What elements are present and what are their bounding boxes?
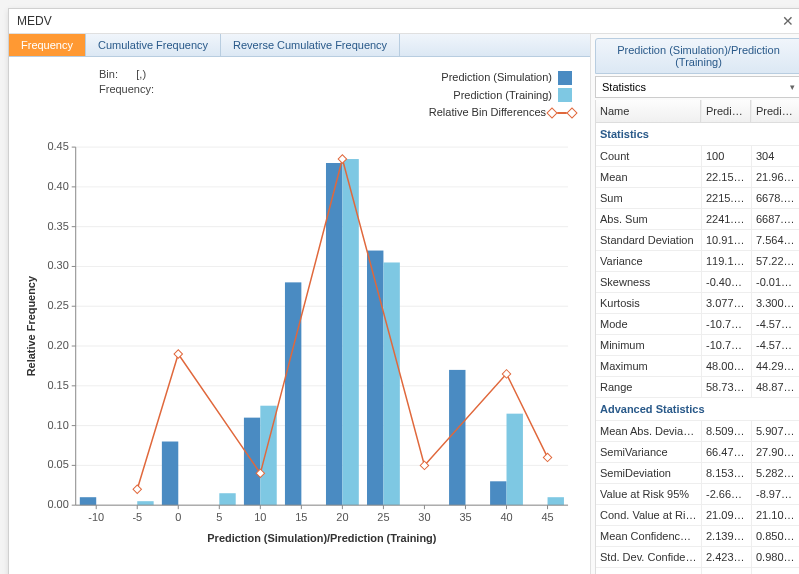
svg-text:40: 40 <box>500 511 512 523</box>
svg-text:Relative Frequency: Relative Frequency <box>25 275 37 376</box>
svg-text:0.05: 0.05 <box>47 458 68 470</box>
svg-text:30: 30 <box>418 511 430 523</box>
stat-val-a: 2241.63... <box>701 209 751 229</box>
stat-name: Range <box>596 377 701 397</box>
stat-val-b: 27.9057... <box>751 442 799 462</box>
svg-text:0.10: 0.10 <box>47 419 68 431</box>
frequency-label: Frequency: <box>99 83 154 95</box>
stat-val-b: 21.9687... <box>751 167 799 187</box>
chart-plot[interactable]: 0.000.050.100.150.200.250.300.350.400.45… <box>21 125 578 574</box>
stats-group-basic: Statistics <box>596 123 799 146</box>
tab-reverse-cumulative[interactable]: Reverse Cumulative Frequency <box>221 34 400 56</box>
svg-rect-33 <box>137 501 153 505</box>
stats-row: Maximum48.0077...44.2917... <box>596 356 799 377</box>
stat-val-b: 5.28259... <box>751 463 799 483</box>
legend-trn-swatch <box>558 88 572 102</box>
chevron-down-icon: ▾ <box>790 82 795 92</box>
stats-table[interactable]: Name Predicti... Predicti... Statistics … <box>595 100 799 574</box>
stat-val-a: 0.49271... <box>701 568 751 574</box>
bin-readout: Bin: [,) Frequency: <box>99 67 154 98</box>
svg-text:-10: -10 <box>88 511 104 523</box>
stat-val-a: 22.1574... <box>701 167 751 187</box>
stat-name: Maximum <box>596 356 701 376</box>
stat-name: Mean <box>596 167 701 187</box>
stat-val-a: 8.15317... <box>701 463 751 483</box>
stat-val-a: 2215.74... <box>701 188 751 208</box>
stat-val-b: 21.1096... <box>751 505 799 525</box>
stats-row: Mean Confidence 95%2.13976...0.85034... <box>596 526 799 547</box>
stats-row: SemiDeviation8.15317...5.28259... <box>596 463 799 484</box>
svg-text:-5: -5 <box>132 511 142 523</box>
stat-val-a: -10.725... <box>701 314 751 334</box>
stat-val-b: -4.5793... <box>751 314 799 334</box>
stats-row: Range58.7332...48.8711... <box>596 377 799 398</box>
tab-cumulative[interactable]: Cumulative Frequency <box>86 34 221 56</box>
svg-text:0: 0 <box>175 511 181 523</box>
stat-name: Standard Deviation <box>596 230 701 250</box>
stat-val-a: 100 <box>701 146 751 166</box>
stats-row: Abs. Sum2241.63...6687.65... <box>596 209 799 230</box>
legend-sim-swatch <box>558 71 572 85</box>
svg-rect-75 <box>543 453 551 461</box>
stat-val-a: -0.4078... <box>701 272 751 292</box>
stat-val-b: 6678.49... <box>751 188 799 208</box>
svg-rect-69 <box>133 485 141 493</box>
svg-text:5: 5 <box>216 511 222 523</box>
svg-text:0.45: 0.45 <box>47 140 68 152</box>
bin-label: Bin: <box>99 68 118 80</box>
stat-val-b: -4.5793... <box>751 335 799 355</box>
stat-name: Mode <box>596 314 701 334</box>
stat-name: Kurtosis <box>596 293 701 313</box>
stat-val-b: 6687.65... <box>751 209 799 229</box>
left-pane: Frequency Cumulative Frequency Reverse C… <box>9 34 591 574</box>
stat-name: Skewness <box>596 272 701 292</box>
stat-val-b: 5.90793... <box>751 421 799 441</box>
close-icon[interactable]: ✕ <box>778 13 798 29</box>
svg-text:35: 35 <box>459 511 471 523</box>
stats-header-col2: Predicti... <box>701 100 751 122</box>
svg-text:0.20: 0.20 <box>47 339 68 351</box>
right-pane: Prediction (Simulation)/Prediction (Trai… <box>591 34 799 574</box>
svg-rect-30 <box>80 497 96 505</box>
stat-val-a: 8.50929... <box>701 421 751 441</box>
window-title: MEDV <box>17 14 52 28</box>
stat-name: Minimum <box>596 335 701 355</box>
svg-rect-59 <box>449 370 465 505</box>
stats-dropdown-label: Statistics <box>602 81 646 93</box>
svg-text:20: 20 <box>336 511 348 523</box>
stats-tab[interactable]: Prediction (Simulation)/Prediction (Trai… <box>595 38 799 74</box>
stats-row: SemiVariance66.4743...27.9057... <box>596 442 799 463</box>
chart-tabs: Frequency Cumulative Frequency Reverse C… <box>9 34 590 57</box>
stat-val-b: 48.8711... <box>751 377 799 397</box>
stat-val-b: 57.2225... <box>751 251 799 271</box>
stat-name: Mean Confidence 95% <box>596 526 701 546</box>
svg-rect-54 <box>383 262 399 505</box>
body: Frequency Cumulative Frequency Reverse C… <box>9 34 799 574</box>
stat-name: Count <box>596 146 701 166</box>
stat-val-b: 3.30054... <box>751 293 799 313</box>
stats-dropdown[interactable]: Statistics ▾ <box>595 76 799 98</box>
legend-sim-label: Prediction (Simulation) <box>441 69 552 87</box>
stats-row: Skewness-0.4078...-0.0146... <box>596 272 799 293</box>
stat-val-a: 2.42300... <box>701 547 751 567</box>
stats-header-name: Name <box>596 100 701 122</box>
stat-val-a: 2.13976... <box>701 526 751 546</box>
stat-name: Abs. Sum <box>596 209 701 229</box>
titlebar: MEDV ✕ <box>9 9 799 34</box>
tab-frequency[interactable]: Frequency <box>9 34 86 56</box>
stats-row: Minimum-10.725...-4.5793... <box>596 335 799 356</box>
svg-rect-53 <box>367 251 383 506</box>
stats-row: Mode-10.725...-4.5793... <box>596 314 799 335</box>
stat-name: SemiDeviation <box>596 463 701 483</box>
stats-row: Count100304 <box>596 146 799 167</box>
stats-header-row: Name Predicti... Predicti... <box>596 100 799 123</box>
stats-header-col3: Predicti... <box>751 100 799 122</box>
stat-val-a: 10.9173... <box>701 230 751 250</box>
stat-val-a: 58.7332... <box>701 377 751 397</box>
stats-row: Mean22.1574...21.9687... <box>596 167 799 188</box>
stats-row: Coefficient of Variation0.49271...0.3443… <box>596 568 799 574</box>
legend-diff-line-icon <box>552 112 572 114</box>
stat-val-b: 44.2917... <box>751 356 799 376</box>
stat-val-a: -2.6678... <box>701 484 751 504</box>
stat-name: Coefficient of Variation <box>596 568 701 574</box>
